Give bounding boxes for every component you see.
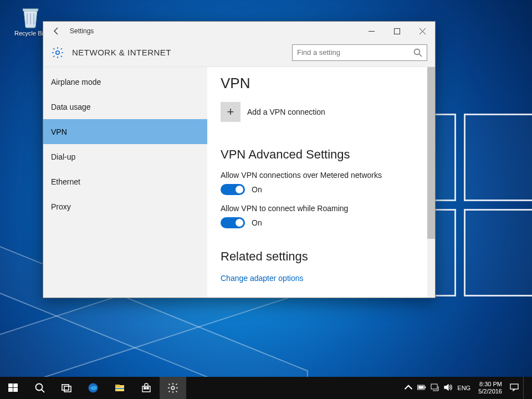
system-tray: ENG 8:30 PM 5/2/2016 (404, 377, 532, 399)
related-heading: Related settings (221, 249, 427, 264)
taskbar-edge[interactable] (80, 377, 106, 399)
back-button[interactable] (43, 22, 70, 40)
sidebar: Airplane mode Data usage VPN Dial-up Eth… (43, 67, 207, 298)
recycle-bin[interactable]: Recycle Bin (14, 4, 47, 37)
close-button[interactable] (410, 22, 435, 40)
sidebar-item-vpn[interactable]: VPN (43, 119, 207, 144)
toggle-roaming-state: On (252, 218, 262, 227)
network-icon[interactable] (431, 383, 439, 393)
toggle-metered[interactable] (221, 184, 245, 195)
sidebar-item-label: VPN (51, 127, 67, 136)
clock-date: 5/2/2016 (478, 388, 502, 395)
sidebar-item-ethernet[interactable]: Ethernet (43, 169, 207, 194)
toggle-roaming[interactable] (221, 217, 245, 228)
category-title: NETWORK & INTERNET (72, 48, 171, 57)
add-vpn-button[interactable]: + Add a VPN connection (221, 102, 427, 122)
svg-rect-21 (510, 384, 518, 389)
svg-rect-12 (115, 385, 120, 387)
taskbar: ENG 8:30 PM 5/2/2016 (0, 377, 532, 399)
svg-rect-3 (8, 383, 13, 387)
svg-rect-20 (431, 384, 437, 389)
svg-point-1 (56, 50, 59, 54)
header-bar: NETWORK & INTERNET (43, 40, 435, 67)
taskbar-file-explorer[interactable] (106, 377, 133, 399)
sidebar-item-airplane-mode[interactable]: Airplane mode (43, 69, 207, 94)
recycle-bin-label: Recycle Bin (14, 30, 47, 37)
sidebar-item-dial-up[interactable]: Dial-up (43, 144, 207, 169)
svg-rect-0 (394, 28, 400, 34)
cortana-search-button[interactable] (27, 377, 53, 399)
advanced-heading: VPN Advanced Settings (221, 147, 427, 162)
search-icon (413, 48, 422, 57)
svg-rect-4 (13, 383, 18, 387)
language-indicator[interactable]: ENG (457, 385, 470, 391)
toggle-metered-label: Allow VPN connections over Metered netwo… (221, 171, 427, 180)
gear-icon (51, 46, 64, 59)
titlebar[interactable]: Settings (43, 22, 435, 40)
taskbar-store[interactable] (133, 377, 160, 399)
svg-point-7 (36, 384, 43, 391)
svg-rect-9 (64, 386, 71, 392)
sidebar-item-label: Data usage (51, 103, 91, 111)
svg-rect-15 (147, 387, 149, 389)
settings-window: Settings NETWORK & INTERNET (43, 21, 436, 298)
svg-rect-14 (144, 387, 146, 389)
maximize-button[interactable] (384, 22, 410, 40)
svg-rect-13 (115, 388, 124, 389)
sidebar-item-label: Airplane mode (51, 78, 101, 86)
sidebar-item-proxy[interactable]: Proxy (43, 194, 207, 219)
sidebar-item-label: Dial-up (51, 152, 75, 161)
task-view-button[interactable] (53, 377, 80, 399)
svg-rect-6 (13, 388, 18, 392)
svg-rect-5 (8, 388, 13, 392)
scrollbar-thumb[interactable] (427, 67, 435, 239)
desktop: Recycle Bin Settings NETWORK & INTERNET (0, 0, 532, 377)
sidebar-item-data-usage[interactable]: Data usage (43, 94, 207, 119)
show-desktop-button[interactable] (523, 377, 526, 399)
page-title: VPN (221, 75, 427, 92)
search-field[interactable] (292, 44, 427, 61)
plus-icon: + (221, 102, 241, 122)
sidebar-item-label: Proxy (51, 202, 71, 211)
svg-point-2 (415, 49, 420, 54)
action-center-icon[interactable] (510, 383, 519, 393)
recycle-bin-icon (19, 4, 42, 29)
svg-rect-8 (62, 385, 69, 390)
start-button[interactable] (0, 377, 27, 399)
scrollbar[interactable] (427, 67, 435, 298)
sidebar-item-label: Ethernet (51, 177, 80, 186)
app-title: Settings (70, 27, 94, 35)
add-vpn-label: Add a VPN connection (247, 108, 325, 116)
clock-time: 8:30 PM (478, 381, 502, 388)
toggle-metered-state: On (252, 185, 262, 194)
minimize-button[interactable] (359, 22, 384, 40)
svg-rect-19 (418, 386, 424, 388)
toggle-roaming-label: Allow VPN to connect while Roaming (221, 204, 427, 213)
search-input[interactable] (297, 48, 413, 57)
taskbar-settings[interactable] (160, 377, 186, 399)
tray-overflow-icon[interactable] (404, 383, 413, 393)
clock[interactable]: 8:30 PM 5/2/2016 (475, 381, 505, 395)
content-pane: VPN + Add a VPN connection VPN Advanced … (207, 67, 435, 298)
volume-icon[interactable] (444, 383, 453, 393)
svg-rect-18 (425, 386, 426, 388)
battery-icon[interactable] (417, 383, 426, 393)
svg-point-16 (171, 386, 175, 390)
change-adapter-link[interactable]: Change adapter options (221, 274, 427, 283)
